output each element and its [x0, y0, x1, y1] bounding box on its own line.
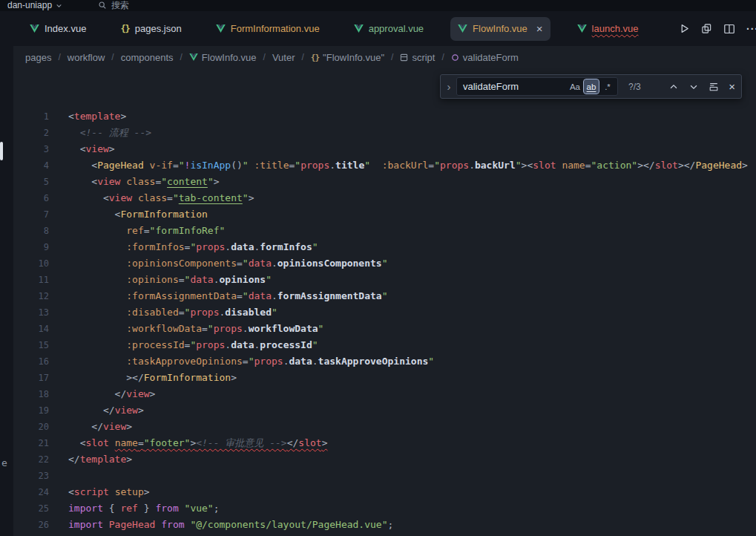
split-editor-icon[interactable] — [723, 23, 735, 35]
vue-icon — [354, 24, 364, 33]
toggle-replace-icon[interactable]: › — [444, 80, 454, 93]
code-line: 2 <!-- 流程 --> — [13, 125, 756, 141]
tab-FlowInfo.vue[interactable]: FlowInfo.vue× — [450, 17, 550, 41]
tab-label: pages.json — [135, 23, 182, 34]
find-nav: × — [668, 81, 735, 92]
line-text[interactable]: <slot name="footer"><!-- 审批意见 --></slot> — [49, 435, 327, 451]
line-text[interactable]: import PageHead from "@/components/layou… — [49, 517, 393, 533]
close-find-icon[interactable]: × — [729, 81, 735, 92]
line-text[interactable]: :taskApproveOpinions="props.data.taskApp… — [49, 353, 434, 370]
line-number: 20 — [13, 419, 49, 435]
breadcrumb-label: FlowInfo.vue — [202, 52, 257, 63]
tab-approval.vue[interactable]: approval.vue — [346, 17, 431, 41]
code-line: 5 <view class="content"> — [13, 174, 756, 190]
line-text[interactable]: ref="formInfoRef" — [49, 223, 225, 239]
code-line: 17 ></FormInformation> — [13, 370, 756, 386]
breadcrumb-item-pages[interactable]: pages — [25, 52, 51, 63]
run-button[interactable] — [679, 23, 690, 34]
next-match-icon[interactable] — [688, 82, 699, 92]
line-number: 10 — [13, 255, 49, 272]
line-text[interactable] — [49, 468, 68, 484]
open-changes-icon[interactable] — [701, 23, 712, 34]
line-text[interactable]: <view class="content"> — [49, 174, 220, 190]
match-case-toggle[interactable]: Aa — [568, 79, 582, 94]
line-text[interactable]: <FormInformation — [49, 206, 208, 223]
line-number: 23 — [13, 468, 49, 484]
breadcrumb-label: components — [121, 52, 174, 63]
line-number: 15 — [13, 337, 49, 353]
line-text[interactable]: :workflowData="props.workflowData" — [49, 321, 323, 337]
line-text[interactable]: </view> — [49, 402, 144, 419]
line-number: 5 — [13, 174, 49, 190]
tab-label: FlowInfo.vue — [473, 23, 527, 34]
more-actions-icon[interactable]: ··· — [746, 23, 756, 35]
line-number: 12 — [13, 288, 49, 304]
title-bar: dan-uniapp 搜索 — [0, 0, 756, 11]
code-line: 24<script setup> — [13, 484, 756, 500]
line-number: 19 — [13, 402, 49, 419]
line-text[interactable]: :opinions="data.opinions" — [49, 272, 272, 288]
tab-FormInformation.vue[interactable]: FormInformation.vue — [208, 17, 327, 41]
whole-word-toggle[interactable]: ab — [584, 79, 599, 94]
line-number: 14 — [13, 321, 49, 337]
search-icon — [98, 1, 107, 10]
code-line: 15 :processId="props.data.processId" — [13, 337, 756, 353]
tab-launch.vue[interactable]: launch.vue — [570, 17, 646, 41]
find-widget: › Aa ab .* ?/3 × — [440, 74, 742, 99]
tab-label: launch.vue — [592, 23, 639, 34]
vue-icon — [30, 24, 39, 33]
line-text[interactable]: import { ref } from "vue"; — [49, 500, 220, 517]
find-in-selection-icon[interactable] — [709, 82, 719, 92]
code-line: 9 :formInfos="props.data.formInfos" — [13, 239, 756, 255]
line-text[interactable]: <view> — [49, 141, 115, 157]
line-number: 1 — [13, 108, 49, 125]
close-icon[interactable]: × — [536, 23, 543, 34]
line-text[interactable]: ></FormInformation> — [49, 370, 237, 386]
breadcrumb-item-FlowInfo.vue[interactable]: {}"FlowInfo.vue" — [311, 52, 384, 63]
line-text[interactable]: <PageHead v-if="!isInApp()" :title="prop… — [49, 157, 748, 174]
breadcrumb-item-FlowInfo.vue[interactable]: FlowInfo.vue — [189, 52, 257, 63]
find-field: Aa ab .* — [456, 77, 618, 96]
breadcrumb: pages/workflow/components/ FlowInfo.vue/… — [13, 46, 756, 68]
breadcrumb-separator: / — [391, 52, 393, 62]
line-text[interactable]: <!-- 流程 --> — [49, 125, 151, 141]
line-text[interactable]: :formInfos="props.data.formInfos" — [49, 239, 318, 255]
code-line: 25import { ref } from "vue"; — [13, 500, 756, 517]
line-number: 24 — [13, 484, 49, 500]
line-text[interactable]: :formAssignmentData="data.formAssignment… — [49, 288, 388, 304]
tab-pages.json[interactable]: {}pages.json — [113, 17, 188, 41]
breadcrumb-item-workflow[interactable]: workflow — [68, 52, 105, 63]
global-search[interactable]: 搜索 — [98, 0, 129, 11]
line-text[interactable]: :opinionsComponents="data.opinionsCompon… — [49, 255, 388, 272]
vue-icon — [577, 24, 587, 33]
line-text[interactable]: :disabled="props.disabled" — [49, 304, 277, 321]
line-number: 6 — [13, 190, 49, 206]
ide-window: { "titlebar": { "workspace": "dan-uniapp… — [0, 0, 756, 536]
tabs: Index.vue{}pages.json FormInformation.vu… — [0, 17, 670, 41]
code-line: 14 :workflowData="props.workflowData" — [13, 321, 756, 337]
regex-toggle[interactable]: .* — [600, 79, 615, 94]
vue-icon — [189, 53, 198, 61]
line-text[interactable]: :processId="props.data.processId" — [49, 337, 318, 353]
line-text[interactable]: <view class="tab-content"> — [49, 190, 254, 206]
line-text[interactable]: </view> — [49, 419, 132, 435]
tab-Index.vue[interactable]: Index.vue — [22, 17, 93, 41]
find-input[interactable] — [463, 81, 566, 92]
line-text[interactable]: <script setup> — [49, 484, 150, 500]
module-symbol-icon — [400, 53, 408, 62]
breadcrumb-item-script[interactable]: script — [400, 52, 435, 63]
line-number: 2 — [13, 125, 49, 141]
editor-pane: › Aa ab .* ?/3 × 1<template>2 <!-- 流程 --… — [13, 68, 756, 536]
breadcrumb-item-Vuter[interactable]: Vuter — [272, 52, 295, 63]
line-text[interactable]: <template> — [49, 108, 126, 125]
breadcrumb-item-validateForm[interactable]: validateForm — [451, 52, 519, 63]
previous-match-icon[interactable] — [668, 82, 679, 92]
code-line: 1<template> — [13, 108, 756, 125]
code-line: 18 </view> — [13, 386, 756, 402]
line-text[interactable]: </view> — [49, 386, 155, 402]
line-number: 7 — [13, 206, 49, 223]
line-text[interactable]: </template> — [49, 451, 132, 468]
workspace-name[interactable]: dan-uniapp — [7, 0, 62, 10]
breadcrumb-item-components[interactable]: components — [121, 52, 174, 63]
line-number: 13 — [13, 304, 49, 321]
